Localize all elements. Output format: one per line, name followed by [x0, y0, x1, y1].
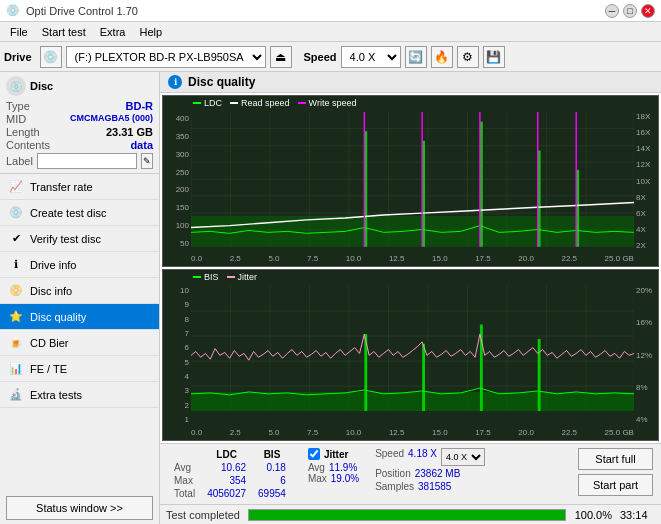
avg-bis: 0.18: [252, 461, 292, 474]
legend-bis-dot: [193, 276, 201, 278]
jitter-avg-row: Avg 11.9%: [308, 462, 359, 473]
y-right-16x: 16X: [634, 128, 658, 137]
bx-label-7.5: 7.5: [307, 428, 318, 437]
y-left-8: 8: [163, 315, 191, 324]
menu-start-test[interactable]: Start test: [36, 25, 92, 39]
progress-bar-area: Test completed 100.0% 33:14: [160, 504, 661, 524]
y-left-2: 2: [163, 401, 191, 410]
eject-button[interactable]: ⏏: [270, 46, 292, 68]
y-right-4pct: 4%: [634, 415, 658, 424]
y-right-8x: 8X: [634, 193, 658, 202]
menu-help[interactable]: Help: [133, 25, 168, 39]
top-chart-y-left: 400 350 300 250 200 150 100 50: [163, 112, 191, 250]
x-label-2.5: 2.5: [230, 254, 241, 263]
bottom-chart-x-axis: 0.0 2.5 5.0 7.5 10.0 12.5 15.0 17.5 20.0…: [191, 424, 634, 440]
nav-item-verify-test-disc[interactable]: ✔ Verify test disc: [0, 226, 159, 252]
disc-panel-header: 💿 Disc: [6, 76, 153, 96]
start-full-button[interactable]: Start full: [578, 448, 653, 470]
legend-write-speed-dot: [298, 102, 306, 104]
nav-label-cd-bier: CD Bier: [30, 337, 69, 349]
speed-select[interactable]: 4.0 X: [341, 46, 401, 68]
legend-read-speed-label: Read speed: [241, 98, 290, 108]
bottom-chart-legend: BIS Jitter: [193, 272, 257, 282]
y-left-7: 7: [163, 329, 191, 338]
speed-position-section: Speed 4.18 X 4.0 X Position 23862 MB Sam…: [375, 448, 485, 492]
jitter-checkbox[interactable]: [308, 448, 320, 460]
disc-type-label: Type: [6, 100, 30, 112]
disc-type-row: Type BD-R: [6, 100, 153, 112]
titlebar: 💿 Opti Drive Control 1.70 ─ □ ✕: [0, 0, 661, 22]
speed-info-label: Speed: [375, 448, 404, 466]
bottom-chart-svg: [191, 286, 634, 411]
menu-file[interactable]: File: [4, 25, 34, 39]
nav-item-create-test-disc[interactable]: 💿 Create test disc: [0, 200, 159, 226]
minimize-button[interactable]: ─: [605, 4, 619, 18]
nav-item-extra-tests[interactable]: 🔬 Extra tests: [0, 382, 159, 408]
nav-item-transfer-rate[interactable]: 📈 Transfer rate: [0, 174, 159, 200]
nav-label-extra-tests: Extra tests: [30, 389, 82, 401]
jitter-avg-value: 11.9%: [329, 462, 357, 473]
progress-bar-inner: [249, 510, 565, 520]
drive-icon-btn[interactable]: 💿: [40, 46, 62, 68]
burn-button[interactable]: 🔥: [431, 46, 453, 68]
right-panel: ℹ Disc quality LDC Read speed: [160, 72, 661, 524]
status-window-button[interactable]: Status window >>: [6, 496, 153, 520]
disc-label-input[interactable]: [37, 153, 137, 169]
y-left-5: 5: [163, 358, 191, 367]
nav-label-disc-quality: Disc quality: [30, 311, 86, 323]
legend-jitter: Jitter: [227, 272, 258, 282]
extra-tests-icon: 🔬: [8, 387, 24, 403]
drive-info-icon: ℹ: [8, 257, 24, 273]
svg-rect-47: [191, 392, 634, 411]
disc-panel-icon: 💿: [6, 76, 26, 96]
bx-label-25: 25.0 GB: [605, 428, 634, 437]
jitter-avg-label: Avg: [308, 462, 325, 473]
samples-row: Samples 381585: [375, 481, 485, 492]
y-right-12pct: 12%: [634, 351, 658, 360]
refresh-button[interactable]: 🔄: [405, 46, 427, 68]
nav-item-disc-quality[interactable]: ⭐ Disc quality: [0, 304, 159, 330]
close-button[interactable]: ✕: [641, 4, 655, 18]
sidebar: 💿 Disc Type BD-R MID CMCMAGBA5 (000) Len…: [0, 72, 160, 524]
transfer-rate-icon: 📈: [8, 179, 24, 195]
svg-rect-51: [538, 339, 541, 411]
toolbar: Drive 💿 (F:) PLEXTOR BD-R PX-LB950SA 1.0…: [0, 42, 661, 72]
nav-item-disc-info[interactable]: 📀 Disc info: [0, 278, 159, 304]
nav-item-fe-te[interactable]: 📊 FE / TE: [0, 356, 159, 382]
jitter-max-value: 19.0%: [331, 473, 359, 484]
total-bis: 69954: [252, 487, 292, 500]
jitter-label: Jitter: [324, 449, 348, 460]
start-part-button[interactable]: Start part: [578, 474, 653, 496]
menu-extra[interactable]: Extra: [94, 25, 132, 39]
legend-read-speed-dot: [230, 102, 238, 104]
progress-bar-outer: [248, 509, 566, 521]
max-bis: 6: [252, 474, 292, 487]
disc-label-row: Label ✎: [6, 153, 153, 169]
maximize-button[interactable]: □: [623, 4, 637, 18]
position-row: Position 23862 MB: [375, 468, 485, 479]
speed-info-select[interactable]: 4.0 X: [441, 448, 485, 466]
create-test-disc-icon: 💿: [8, 205, 24, 221]
label-edit-btn[interactable]: ✎: [141, 153, 153, 169]
nav-item-drive-info[interactable]: ℹ Drive info: [0, 252, 159, 278]
settings-button[interactable]: ⚙: [457, 46, 479, 68]
chart-header-title: Disc quality: [188, 75, 255, 89]
drive-select[interactable]: (F:) PLEXTOR BD-R PX-LB950SA 1.06: [66, 46, 266, 68]
x-label-25: 25.0 GB: [605, 254, 634, 263]
top-chart-legend: LDC Read speed Write speed: [193, 98, 356, 108]
save-button[interactable]: 💾: [483, 46, 505, 68]
nav-item-cd-bier[interactable]: 🍺 CD Bier: [0, 330, 159, 356]
titlebar-controls[interactable]: ─ □ ✕: [605, 4, 655, 18]
y-label-300: 300: [163, 150, 191, 159]
max-ldc: 354: [201, 474, 252, 487]
speed-label: Speed: [304, 51, 337, 63]
bx-label-17.5: 17.5: [475, 428, 491, 437]
disc-info-icon: 📀: [8, 283, 24, 299]
y-right-12x: 12X: [634, 160, 658, 169]
x-label-10: 10.0: [346, 254, 362, 263]
main-content: 💿 Disc Type BD-R MID CMCMAGBA5 (000) Len…: [0, 72, 661, 524]
x-label-17.5: 17.5: [475, 254, 491, 263]
legend-write-speed: Write speed: [298, 98, 357, 108]
legend-bis: BIS: [193, 272, 219, 282]
bottom-chart-y-right: 20% 16% 12% 8% 4%: [634, 286, 658, 424]
